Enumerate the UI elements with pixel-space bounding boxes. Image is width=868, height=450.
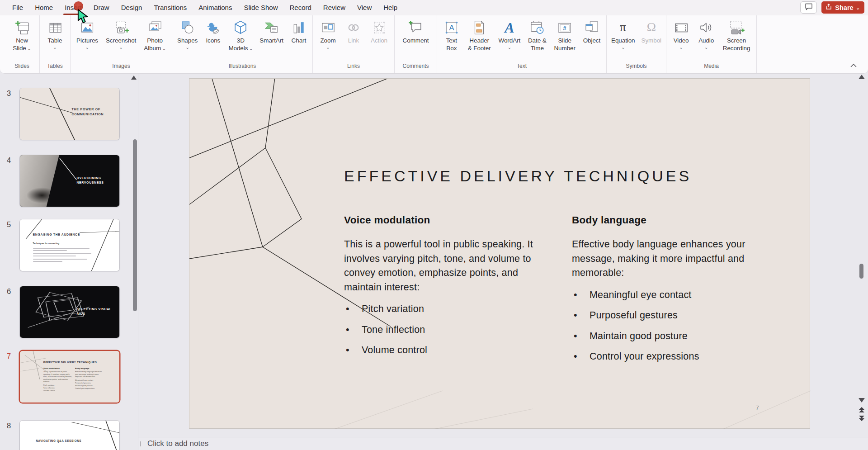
notes-splitter-handle[interactable] xyxy=(140,441,141,446)
thumbnail-column-text: Effective body language enhances your me… xyxy=(75,370,105,378)
menu-tab-record[interactable]: Record xyxy=(283,0,317,15)
ribbon-button-chart[interactable]: Chart xyxy=(288,18,309,45)
editor-scrollbar[interactable] xyxy=(859,264,863,279)
ribbon-button-zoom[interactable]: Zoom⌄ xyxy=(318,18,339,50)
ribbon-button-equation[interactable]: πEquation⌄ xyxy=(609,18,637,50)
ribbon-group-label: Symbols xyxy=(607,63,666,73)
slide-thumbnail-3[interactable]: THE POWER OF COMMUNICATION xyxy=(20,88,119,140)
equation-icon: π xyxy=(614,19,632,36)
ribbon-button-smartart[interactable]: SmartArt xyxy=(258,18,285,45)
ribbon-group-links: Zoom⌄LinkActionLinks xyxy=(313,15,395,73)
ribbon-button-icons[interactable]: Icons xyxy=(203,18,223,45)
ribbon-button-wordart[interactable]: AWordArt⌄ xyxy=(497,18,523,50)
slide-thumbnail-6[interactable]: SELECTING VISUAL AIDS xyxy=(20,286,119,338)
svg-text:A: A xyxy=(504,19,514,36)
ribbon-button-screenshot[interactable]: Screenshot⌄ xyxy=(104,18,138,50)
comments-toggle-button[interactable] xyxy=(800,1,817,14)
slide-thumbnail-7[interactable]: EFFECTIVE DELIVERY TECHNIQUES Voice modu… xyxy=(20,351,119,403)
ribbon-button-text-box[interactable]: ATextBox xyxy=(441,18,462,52)
ribbon-button-label: Action xyxy=(371,37,387,45)
label-line: Time xyxy=(531,45,544,52)
ribbon-button-header-footer[interactable]: Header& Footer xyxy=(466,18,493,52)
ribbon-button-screen-recording[interactable]: ScreenRecording xyxy=(721,18,752,52)
menu-bar: FileHomeInsertDrawDesignTransitionsAnima… xyxy=(0,0,868,15)
slide-thumbnail-preview: NAVIGATING Q&A SESSIONS Preparing for qu… xyxy=(20,421,119,450)
slide-thumbnail-8[interactable]: NAVIGATING Q&A SESSIONS Preparing for qu… xyxy=(20,421,119,450)
next-slide-icon[interactable] xyxy=(858,415,865,423)
video-icon xyxy=(673,19,690,36)
ribbon-button-slide-number[interactable]: #SlideNumber xyxy=(552,18,577,52)
ribbon-button-date-time[interactable]: Date &Time xyxy=(526,18,548,52)
slide-thumbnail-4[interactable]: OVERCOMING NERVOUSNESS xyxy=(20,155,119,207)
ribbon-button-label: TextBox xyxy=(446,37,457,52)
thumbnail-column-bullets: Pitch variationTone inflectionVolume con… xyxy=(43,384,72,392)
menu-tab-help[interactable]: Help xyxy=(377,0,403,15)
scroll-up-icon[interactable] xyxy=(131,76,137,80)
notes-placeholder[interactable]: Click to add notes xyxy=(147,439,208,448)
menu-tab-slide-show[interactable]: Slide Show xyxy=(238,0,283,15)
share-button[interactable]: Share ⌄ xyxy=(821,1,864,14)
menu-tab-home[interactable]: Home xyxy=(29,0,59,15)
ribbon-group-comments: CommentComments xyxy=(395,15,437,73)
table-icon xyxy=(47,19,64,36)
thumbnail-slide-title: ENGAGING THE AUDIENCE xyxy=(33,233,80,236)
ribbon-button-comment[interactable]: Comment xyxy=(401,18,431,45)
body-language-column[interactable]: Body language Effective body language en… xyxy=(572,214,764,370)
menu-tab-label: File xyxy=(12,4,23,11)
thumbnail-column-heading: Voice modulation xyxy=(43,367,72,369)
menu-tab-design[interactable]: Design xyxy=(115,0,148,15)
notes-pane[interactable]: Click to add notes xyxy=(138,437,868,450)
ribbon-button-new-slide[interactable]: NewSlide ⌄ xyxy=(11,18,33,52)
menu-tab-animations[interactable]: Animations xyxy=(193,0,238,15)
menu-tab-label: Animations xyxy=(198,4,232,11)
ribbon-button-label: SlideNumber xyxy=(554,37,575,52)
menu-tab-file[interactable]: File xyxy=(6,0,29,15)
column-paragraph: This is a powerful tool in public speaki… xyxy=(344,237,534,294)
scroll-down-icon[interactable] xyxy=(859,398,865,403)
ribbon-group-buttons: Comment xyxy=(395,15,437,63)
slide-number-icon: # xyxy=(556,19,573,36)
ribbon-button-object[interactable]: Object xyxy=(581,18,602,45)
slide-bullet: Maintain good posture xyxy=(572,329,764,343)
panel-splitter[interactable] xyxy=(138,74,138,450)
ribbon-group-label: Media xyxy=(666,63,756,73)
ribbon-group-label: Images xyxy=(71,63,172,73)
ribbon-button-3d-models[interactable]: 3DModels ⌄ xyxy=(226,18,255,52)
menu-tab-view[interactable]: View xyxy=(351,0,377,15)
thumbnail-column: Body language Effective body language en… xyxy=(75,367,105,389)
ribbon-button-label: Zoom⌄ xyxy=(320,37,335,50)
slide-title[interactable]: EFFECTIVE DELIVERY TECHNIQUES xyxy=(344,167,692,185)
comment-icon xyxy=(407,19,424,36)
slide-thumbnail-preview: EFFECTIVE DELIVERY TECHNIQUES Voice modu… xyxy=(20,351,119,403)
menu-tab-label: Record xyxy=(289,4,311,11)
header-footer-icon xyxy=(471,19,488,36)
voice-modulation-column[interactable]: Voice modulation This is a powerful tool… xyxy=(344,214,534,364)
menu-tab-transitions[interactable]: Transitions xyxy=(148,0,193,15)
ribbon-button-photo-album[interactable]: PhotoAlbum ⌄ xyxy=(142,18,168,52)
ribbon-button-table[interactable]: Table⌄ xyxy=(45,18,66,50)
ribbon-button-label: Audio⌄ xyxy=(698,37,714,50)
menu-tab-review[interactable]: Review xyxy=(317,0,351,15)
svg-text:π: π xyxy=(620,20,626,34)
slide-number-7: 7 xyxy=(7,352,11,360)
collapse-ribbon-icon[interactable] xyxy=(850,62,857,70)
slide-canvas[interactable]: EFFECTIVE DELIVERY TECHNIQUES Voice modu… xyxy=(189,78,810,429)
column-heading: Body language xyxy=(572,214,764,226)
ribbon-group-buttons: ATextBoxHeader& FooterAWordArt⌄Date &Tim… xyxy=(437,15,606,63)
ribbon-button-video[interactable]: Video⌄ xyxy=(671,18,692,50)
zoom-icon xyxy=(320,19,337,36)
previous-slide-icon[interactable] xyxy=(858,407,865,415)
ribbon-group-label: Slides xyxy=(5,63,39,73)
menu-tab-draw[interactable]: Draw xyxy=(88,0,115,15)
label-line: Screenshot xyxy=(106,37,136,44)
chevron-down-icon: ⌄ xyxy=(611,45,635,50)
label-line: Slide xyxy=(13,45,26,52)
ribbon-button-label: WordArt⌄ xyxy=(499,37,521,50)
ribbon-button-shapes[interactable]: Shapes⌄ xyxy=(175,18,199,50)
slide-thumbnail-5[interactable]: ENGAGING THE AUDIENCE Techniques for con… xyxy=(20,219,119,271)
label-line: Zoom xyxy=(320,37,335,44)
thumbnail-scrollbar[interactable] xyxy=(133,139,137,311)
chevron-down-icon: ⌄ xyxy=(856,6,860,10)
scroll-up-icon[interactable] xyxy=(859,75,865,79)
ribbon-button-audio[interactable]: Audio⌄ xyxy=(696,18,717,50)
